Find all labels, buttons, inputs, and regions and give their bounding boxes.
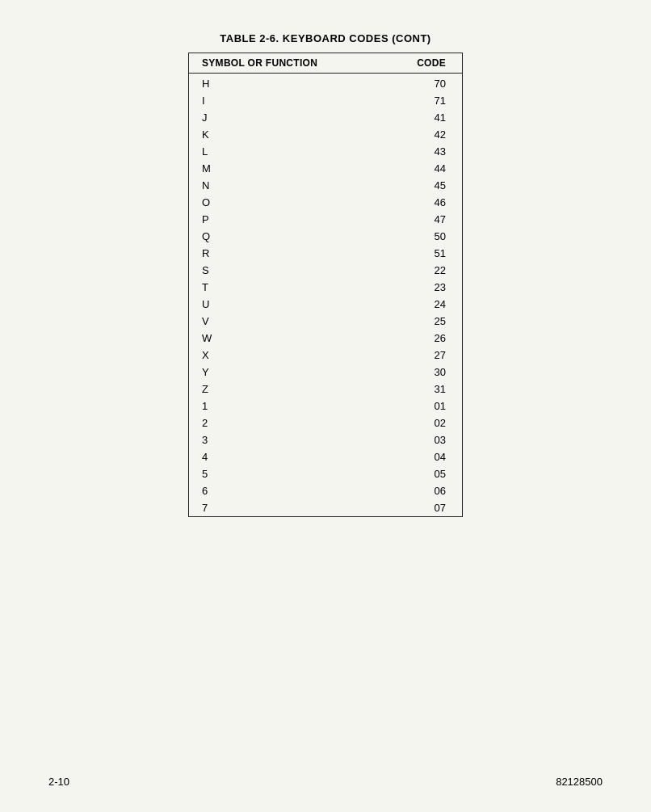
code-cell: 44 xyxy=(383,160,463,177)
code-cell: 31 xyxy=(383,381,463,398)
table-row: 303 xyxy=(189,431,463,448)
code-cell: 06 xyxy=(383,482,463,499)
symbol-cell: U xyxy=(189,296,383,313)
table-row: 101 xyxy=(189,398,463,414)
symbol-cell: 6 xyxy=(189,482,383,499)
code-cell: 51 xyxy=(383,245,463,262)
code-cell: 27 xyxy=(383,347,463,364)
code-cell: 07 xyxy=(383,499,463,517)
symbol-cell: Y xyxy=(189,364,383,381)
code-cell: 50 xyxy=(383,228,463,245)
symbol-header: SYMBOL OR FUNCTION xyxy=(189,53,383,74)
symbol-cell: T xyxy=(189,279,383,296)
code-cell: 22 xyxy=(383,262,463,279)
footer: 2-10 82128500 xyxy=(48,776,603,788)
symbol-cell: P xyxy=(189,211,383,228)
symbol-cell: O xyxy=(189,194,383,211)
symbol-cell: X xyxy=(189,347,383,364)
symbol-cell: W xyxy=(189,330,383,347)
table-row: S22 xyxy=(189,262,463,279)
symbol-cell: 2 xyxy=(189,414,383,431)
symbol-cell: Q xyxy=(189,228,383,245)
symbol-cell: N xyxy=(189,177,383,194)
symbol-cell: 7 xyxy=(189,499,383,517)
table-row: W26 xyxy=(189,330,463,347)
table-row: N45 xyxy=(189,177,463,194)
code-cell: 47 xyxy=(383,211,463,228)
code-cell: 42 xyxy=(383,126,463,143)
table-row: V25 xyxy=(189,313,463,330)
code-cell: 71 xyxy=(383,92,463,109)
code-cell: 03 xyxy=(383,431,463,448)
code-header: CODE xyxy=(383,53,463,74)
code-cell: 46 xyxy=(383,194,463,211)
code-cell: 04 xyxy=(383,448,463,465)
table-row: X27 xyxy=(189,347,463,364)
table-row: M44 xyxy=(189,160,463,177)
symbol-cell: L xyxy=(189,143,383,160)
symbol-cell: 1 xyxy=(189,398,383,414)
table-row: K42 xyxy=(189,126,463,143)
doc-number: 82128500 xyxy=(556,776,603,788)
table-row: O46 xyxy=(189,194,463,211)
table-row: Y30 xyxy=(189,364,463,381)
code-cell: 70 xyxy=(383,74,463,93)
table-row: Z31 xyxy=(189,381,463,398)
table-row: L43 xyxy=(189,143,463,160)
table-row: 707 xyxy=(189,499,463,517)
symbol-cell: Z xyxy=(189,381,383,398)
code-cell: 45 xyxy=(383,177,463,194)
code-cell: 25 xyxy=(383,313,463,330)
symbol-cell: 5 xyxy=(189,465,383,482)
page-container: TABLE 2-6. KEYBOARD CODES (CONT) SYMBOL … xyxy=(48,32,603,776)
symbol-cell: M xyxy=(189,160,383,177)
symbol-cell: R xyxy=(189,245,383,262)
table-row: H70 xyxy=(189,74,463,93)
table-row: P47 xyxy=(189,211,463,228)
symbol-cell: 3 xyxy=(189,431,383,448)
symbol-cell: S xyxy=(189,262,383,279)
symbol-cell: J xyxy=(189,109,383,126)
symbol-cell: V xyxy=(189,313,383,330)
table-row: 606 xyxy=(189,482,463,499)
table-row: I71 xyxy=(189,92,463,109)
code-cell: 26 xyxy=(383,330,463,347)
table-row: 404 xyxy=(189,448,463,465)
code-cell: 24 xyxy=(383,296,463,313)
code-cell: 30 xyxy=(383,364,463,381)
table-row: U24 xyxy=(189,296,463,313)
code-cell: 43 xyxy=(383,143,463,160)
table-row: Q50 xyxy=(189,228,463,245)
symbol-cell: H xyxy=(189,74,383,93)
table-row: J41 xyxy=(189,109,463,126)
code-cell: 02 xyxy=(383,414,463,431)
keyboard-codes-table: SYMBOL OR FUNCTION CODE H70I71J41K42L43M… xyxy=(188,53,463,517)
code-cell: 05 xyxy=(383,465,463,482)
table-row: 505 xyxy=(189,465,463,482)
symbol-cell: 4 xyxy=(189,448,383,465)
table-row: R51 xyxy=(189,245,463,262)
symbol-cell: K xyxy=(189,126,383,143)
code-cell: 01 xyxy=(383,398,463,414)
page-number: 2-10 xyxy=(48,776,69,788)
code-cell: 41 xyxy=(383,109,463,126)
symbol-cell: I xyxy=(189,92,383,109)
table-title: TABLE 2-6. KEYBOARD CODES (CONT) xyxy=(220,32,430,44)
code-cell: 23 xyxy=(383,279,463,296)
table-row: 202 xyxy=(189,414,463,431)
table-row: T23 xyxy=(189,279,463,296)
